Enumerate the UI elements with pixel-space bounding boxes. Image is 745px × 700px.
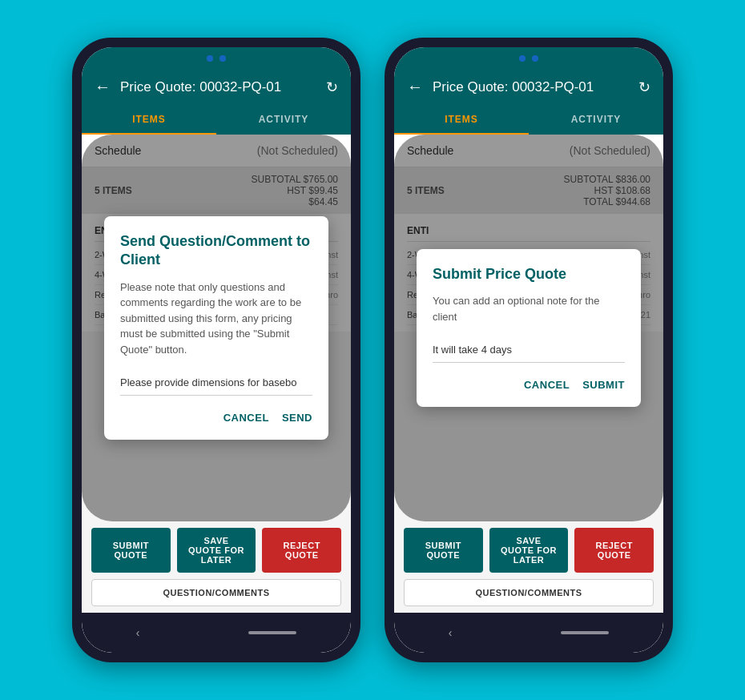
- status-bar-2: [394, 47, 663, 70]
- bottom-buttons-1: SUBMIT QUOTE SAVE QUOTE FOR LATER REJECT…: [82, 521, 351, 613]
- phone-2-frame: ← Price Quote: 00032-PQ-01 ↻ ITEMS ACTIV…: [385, 38, 673, 662]
- dialog-body-1: Please note that only questions and comm…: [120, 280, 312, 358]
- status-dot-3: [519, 55, 526, 62]
- dialog-title-1: Send Question/Comment to Client: [120, 232, 312, 270]
- send-question-dialog: Send Question/Comment to Client Please n…: [104, 216, 328, 440]
- app-header-1: ← Price Quote: 00032-PQ-01 ↻: [82, 70, 351, 104]
- dialog-input-2[interactable]: [433, 337, 625, 363]
- phone-2: ← Price Quote: 00032-PQ-01 ↻ ITEMS ACTIV…: [385, 38, 673, 662]
- status-bar-1: [82, 47, 351, 70]
- reject-quote-button-1[interactable]: REJECT QUOTE: [262, 528, 341, 573]
- refresh-icon-2[interactable]: ↻: [638, 78, 650, 96]
- back-arrow-2[interactable]: ←: [407, 78, 423, 96]
- phone-1: ← Price Quote: 00032-PQ-01 ↻ ITEMS ACTIV…: [72, 38, 360, 662]
- status-dot-1: [207, 55, 213, 62]
- submit-price-dialog: Submit Price Quote You can add an option…: [417, 249, 641, 407]
- dialog-send-button-1[interactable]: SEND: [282, 412, 312, 424]
- nav-chevron-1[interactable]: ‹: [136, 626, 140, 639]
- save-quote-button-2[interactable]: SAVE QUOTE FOR LATER: [489, 528, 569, 573]
- submit-quote-button-1[interactable]: SUBMIT QUOTE: [91, 528, 171, 573]
- phone-1-screen: ← Price Quote: 00032-PQ-01 ↻ ITEMS ACTIV…: [82, 47, 351, 653]
- phone-2-screen: ← Price Quote: 00032-PQ-01 ↻ ITEMS ACTIV…: [394, 47, 663, 653]
- submit-quote-button-2[interactable]: SUBMIT QUOTE: [404, 528, 483, 573]
- tabs-bar-2: ITEMS ACTIVITY: [394, 104, 663, 135]
- tab-activity-1[interactable]: ACTIVITY: [216, 104, 351, 135]
- tab-items-1[interactable]: ITEMS: [82, 104, 216, 135]
- status-dot-4: [532, 55, 538, 62]
- app-header-2: ← Price Quote: 00032-PQ-01 ↻: [394, 70, 663, 104]
- phone-1-frame: ← Price Quote: 00032-PQ-01 ↻ ITEMS ACTIV…: [72, 38, 360, 662]
- header-title-1: Price Quote: 00032-PQ-01: [120, 79, 316, 95]
- question-button-2[interactable]: QUESTION/COMMENTS: [404, 579, 654, 606]
- save-quote-button-1[interactable]: SAVE QUOTE FOR LATER: [177, 528, 256, 573]
- reject-quote-button-2[interactable]: REJECT QUOTE: [574, 528, 654, 573]
- tabs-bar-1: ITEMS ACTIVITY: [82, 104, 351, 135]
- bottom-buttons-2: SUBMIT QUOTE SAVE QUOTE FOR LATER REJECT…: [394, 521, 663, 613]
- dialog-overlay-1: Send Question/Comment to Client Please n…: [82, 135, 351, 521]
- dialog-cancel-button-1[interactable]: CANCEL: [224, 412, 269, 424]
- nav-chevron-2[interactable]: ‹: [449, 626, 453, 639]
- dialog-title-2: Submit Price Quote: [433, 265, 625, 284]
- dialog-cancel-button-2[interactable]: CANCEL: [524, 379, 570, 391]
- refresh-icon-1[interactable]: ↻: [326, 78, 338, 96]
- nav-home-bar-1[interactable]: [248, 631, 296, 634]
- dialog-overlay-2: Submit Price Quote You can add an option…: [394, 135, 663, 521]
- dialog-submit-button-2[interactable]: SUBMIT: [582, 379, 625, 391]
- content-area-2: Schedule (Not Scheduled) 5 ITEMS SUBTOTA…: [394, 135, 663, 521]
- tab-activity-2[interactable]: ACTIVITY: [529, 104, 663, 135]
- content-area-1: Schedule (Not Scheduled) 5 ITEMS SUBTOTA…: [82, 135, 351, 521]
- dialog-actions-1: CANCEL SEND: [120, 412, 312, 424]
- dialog-body-2: You can add an optional note for the cli…: [433, 293, 625, 324]
- question-button-1[interactable]: QUESTION/COMMENTS: [91, 579, 341, 606]
- nav-bar-2: ‹: [394, 613, 663, 653]
- dialog-actions-2: CANCEL SUBMIT: [433, 379, 625, 391]
- header-title-2: Price Quote: 00032-PQ-01: [433, 79, 629, 95]
- tab-items-2[interactable]: ITEMS: [394, 104, 529, 135]
- back-arrow-1[interactable]: ←: [95, 78, 111, 96]
- nav-bar-1: ‹: [82, 613, 351, 653]
- dialog-input-1[interactable]: [120, 370, 312, 396]
- status-dot-2: [219, 55, 226, 62]
- nav-home-bar-2[interactable]: [561, 631, 609, 634]
